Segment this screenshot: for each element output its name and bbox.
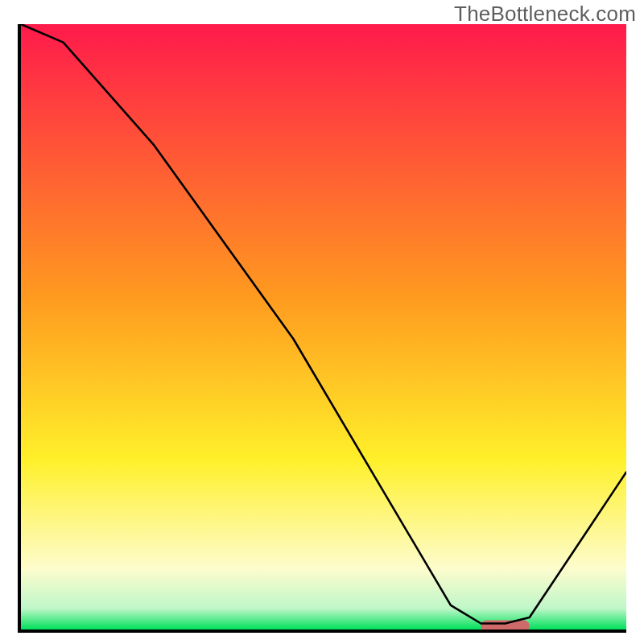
watermark-text: TheBottleneck.com xyxy=(454,2,636,27)
chart-svg xyxy=(21,24,626,630)
plot-area xyxy=(21,24,626,630)
optimal-range-marker xyxy=(481,621,530,630)
heatmap-background xyxy=(21,24,626,630)
chart-container: TheBottleneck.com xyxy=(0,0,644,644)
